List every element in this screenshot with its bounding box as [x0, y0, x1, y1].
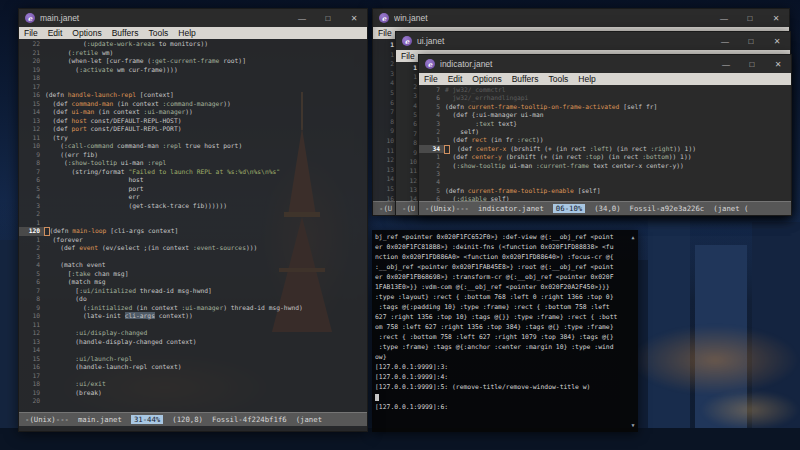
- close-button[interactable]: ✕: [763, 9, 789, 27]
- code-line[interactable]: 5(defn current-frame-tooltip-on-frame-ac…: [419, 103, 791, 111]
- code-line[interactable]: 6 (:disable self): [419, 195, 791, 201]
- menu-edit[interactable]: Edit: [448, 74, 463, 84]
- minimize-button[interactable]: —: [289, 9, 315, 27]
- code-line[interactable]: 2 (:show-tooltip ui-man :current-frame t…: [419, 162, 791, 170]
- code-area[interactable]: 7# jw32/_commctrl6 jw32/_errhandlingapi5…: [419, 85, 791, 201]
- code-area[interactable]: 22 (:update-work-areas to monitors))21 (…: [19, 39, 367, 412]
- code-line[interactable]: 13 (handle-display-changed context): [19, 338, 367, 347]
- repl-console[interactable]: bj_ref <pointer 0x020F1FC652F0>} :def-vi…: [372, 230, 638, 432]
- code-line[interactable]: 16(defn handle-launch-repl [context]: [19, 91, 367, 100]
- code-line[interactable]: 5 [:take chan msg]: [19, 270, 367, 279]
- code-line[interactable]: 20: [19, 397, 367, 406]
- menu-file[interactable]: File: [24, 28, 38, 38]
- modeline[interactable]: -(Unix)---main.janet31-44%(120,8)Fossil-…: [19, 412, 367, 426]
- code-line[interactable]: 10 (:call-command command-man :repl true…: [19, 142, 367, 151]
- code-line[interactable]: 6 host: [19, 176, 367, 185]
- console-line: :type :frame} :tags @{:anchor :center :m…: [375, 342, 628, 352]
- titlebar[interactable]: e indicator.janet —□✕: [419, 55, 791, 73]
- code-line[interactable]: 17: [19, 372, 367, 381]
- code-line[interactable]: 2: [19, 210, 367, 219]
- code-line[interactable]: 2 (def event (ev/select ;(in context :ev…: [19, 244, 367, 253]
- code-line[interactable]: 15 (def command-man (in context :command…: [19, 100, 367, 109]
- close-button[interactable]: ✕: [765, 55, 791, 73]
- code-line[interactable]: 16 (handle-launch-repl context): [19, 363, 367, 372]
- code-line[interactable]: 15 :ui/launch-repl: [19, 355, 367, 364]
- maximize-button[interactable]: □: [739, 55, 765, 73]
- titlebar[interactable]: e main.janet —□✕: [19, 9, 367, 27]
- menu-help[interactable]: Help: [178, 28, 195, 38]
- code-line[interactable]: 19 (:activate wm cur-frame)))): [19, 66, 367, 75]
- menu-edit[interactable]: Edit: [48, 28, 63, 38]
- code-line[interactable]: 10 (late-init cli-args context)): [19, 312, 367, 321]
- code-line[interactable]: 5(defn current-frame-tooltip-enable [sel…: [419, 187, 791, 195]
- code-line[interactable]: 4 err: [19, 193, 367, 202]
- code-line[interactable]: 9 ((err fib): [19, 151, 367, 160]
- code-line[interactable]: 3: [19, 253, 367, 262]
- code-line[interactable]: 5 port: [19, 185, 367, 194]
- minimize-button[interactable]: —: [712, 32, 738, 50]
- close-button[interactable]: ✕: [764, 32, 790, 50]
- code-line[interactable]: 4: [419, 178, 791, 186]
- code-text: (:call-command command-man :repl true ho…: [45, 142, 242, 151]
- code-line[interactable]: 2 self): [419, 128, 791, 136]
- menu-options[interactable]: Options: [72, 28, 101, 38]
- titlebar[interactable]: e win.janet —□✕: [373, 9, 789, 27]
- code-text: (match event: [45, 261, 106, 270]
- maximize-button[interactable]: □: [737, 9, 763, 27]
- menu-file[interactable]: File: [378, 28, 392, 38]
- code-line[interactable]: 17: [19, 83, 367, 92]
- code-line[interactable]: 14 (def ui-man (in context :ui-manager)): [19, 108, 367, 117]
- menu-buffers[interactable]: Buffers: [512, 74, 539, 84]
- menu-options[interactable]: Options: [472, 74, 501, 84]
- code-line[interactable]: 7 [:ui/initialized thread-id msg-hwnd]: [19, 287, 367, 296]
- code-line[interactable]: 14: [19, 346, 367, 355]
- code-line[interactable]: 4 (match event: [19, 261, 367, 270]
- line-number: 20: [19, 397, 45, 406]
- code-line[interactable]: 1 (forever: [19, 236, 367, 245]
- code-line[interactable]: 6 jw32/_errhandlingapi: [419, 94, 791, 102]
- code-line[interactable]: 6 (match msg: [19, 278, 367, 287]
- code-line[interactable]: 22 (:update-work-areas to monitors)): [19, 40, 367, 49]
- code-line[interactable]: 34 (def center-x (brshift (+ (in rect :l…: [419, 145, 791, 153]
- code-line[interactable]: 9 (:initialized (in context :ui-manager)…: [19, 304, 367, 313]
- code-line[interactable]: 19 (break): [19, 389, 367, 398]
- maximize-button[interactable]: □: [738, 32, 764, 50]
- code-line[interactable]: 3 :text text}: [419, 120, 791, 128]
- code-line[interactable]: 3: [419, 170, 791, 178]
- code-line[interactable]: 13 (def host const/DEFAULT-REPL-HOST): [19, 117, 367, 126]
- menu-file[interactable]: File: [401, 51, 415, 61]
- code-text: (def command-man (in context :command-ma…: [45, 100, 231, 109]
- code-line[interactable]: 7# jw32/_commctrl: [419, 86, 791, 94]
- maximize-button[interactable]: □: [315, 9, 341, 27]
- code-line[interactable]: 1 (def center-y (brshift (+ (in rect :to…: [419, 153, 791, 161]
- modeline[interactable]: -(Unix)---indicator.janet06-10%(34,0)Fos…: [419, 201, 791, 215]
- code-line[interactable]: 4 (def {:ui-manager ui-man: [419, 111, 791, 119]
- code-line[interactable]: 7 (string/format "Failed to launch REPL …: [19, 168, 367, 177]
- code-line[interactable]: 11: [19, 321, 367, 330]
- code-line[interactable]: 120(defn main-loop [cli-args context]: [19, 227, 367, 236]
- minimize-button[interactable]: —: [713, 55, 739, 73]
- code-line[interactable]: 12 :ui/display-changed: [19, 329, 367, 338]
- menu-file[interactable]: File: [424, 74, 438, 84]
- minibuffer[interactable]: [19, 426, 367, 431]
- close-button[interactable]: ✕: [341, 9, 367, 27]
- code-line[interactable]: 8 (:show-tooltip ui-man :repl: [19, 159, 367, 168]
- scroll-up-arrow[interactable]: ▲: [629, 233, 637, 241]
- code-line[interactable]: 8 (do: [19, 295, 367, 304]
- code-line[interactable]: 1: [19, 219, 367, 228]
- code-line[interactable]: 18 :ui/exit: [19, 380, 367, 389]
- menu-tools[interactable]: Tools: [548, 74, 568, 84]
- minimize-button[interactable]: —: [711, 9, 737, 27]
- code-line[interactable]: 11 (try: [19, 134, 367, 143]
- titlebar[interactable]: e ui.janet —□✕: [396, 32, 790, 50]
- scroll-down-arrow[interactable]: ▼: [629, 421, 637, 429]
- code-line[interactable]: 3 (get-stack-trace fib)))))): [19, 202, 367, 211]
- menu-tools[interactable]: Tools: [148, 28, 168, 38]
- code-line[interactable]: 12 (def port const/DEFAULT-REPL-PORT): [19, 125, 367, 134]
- code-line[interactable]: 20 (when-let [cur-frame (:get-current-fr…: [19, 57, 367, 66]
- menu-buffers[interactable]: Buffers: [112, 28, 139, 38]
- code-line[interactable]: 21 (:retile wm): [19, 49, 367, 58]
- code-line[interactable]: 18: [19, 74, 367, 83]
- code-line[interactable]: 1 (def rect (in fr :rect)): [419, 136, 791, 144]
- menu-help[interactable]: Help: [578, 74, 595, 84]
